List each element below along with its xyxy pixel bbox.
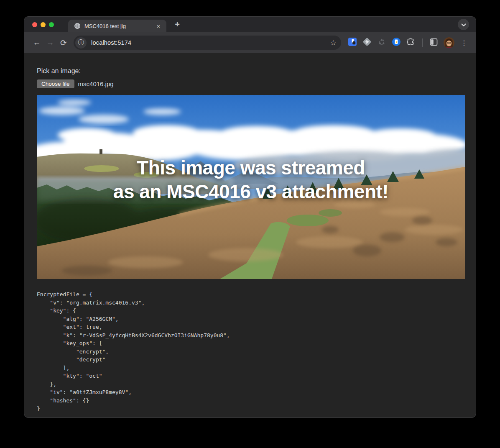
- minimize-window-button[interactable]: [41, 22, 46, 27]
- new-tab-button[interactable]: +: [171, 19, 183, 31]
- close-window-button[interactable]: [32, 22, 37, 27]
- profile-avatar[interactable]: [444, 37, 454, 48]
- reload-button[interactable]: ⟳: [57, 36, 70, 49]
- menu-kebab-icon[interactable]: ⋮: [460, 39, 468, 47]
- url-text[interactable]: localhost:5174: [91, 39, 131, 46]
- caption-line-1: This image was streamed: [37, 156, 465, 180]
- file-input: Choose file msc4016.jpg: [37, 79, 463, 88]
- chevron-down-icon: [461, 21, 466, 28]
- tab-strip: MSC4016 test jig × +: [24, 17, 476, 32]
- tab-title: MSC4016 test jig: [84, 23, 155, 29]
- toolbar-divider: [422, 38, 423, 47]
- extensions-puzzle-icon[interactable]: [406, 37, 416, 48]
- tab-msc4016-test-jig[interactable]: MSC4016 test jig ×: [68, 20, 166, 32]
- site-info-icon[interactable]: ⓘ: [75, 37, 87, 49]
- image-caption: This image was streamed as an MSC4016 v3…: [37, 156, 465, 204]
- recycle-extension-icon[interactable]: [377, 37, 386, 48]
- tab-close-icon[interactable]: ×: [155, 22, 162, 30]
- choose-file-button[interactable]: Choose file: [37, 79, 74, 88]
- docs-extension-icon[interactable]: [392, 37, 401, 48]
- address-bar[interactable]: ⓘ localhost:5174 ☆: [74, 36, 341, 50]
- bookmark-star-icon[interactable]: ☆: [328, 38, 339, 47]
- traffic-lights: [24, 22, 54, 27]
- tab-search-button[interactable]: [458, 19, 469, 30]
- extensions-row: ⋮: [348, 37, 468, 48]
- encrypted-file-json: EncryptedFile = { "v": "org.matrix.msc40…: [37, 290, 463, 413]
- dev-extension-icon[interactable]: [362, 37, 372, 48]
- globe-favicon-icon: [74, 23, 81, 29]
- zoom-window-button[interactable]: [49, 22, 54, 27]
- page-content: Pick an image: Choose file msc4016.jpg: [24, 53, 476, 413]
- browser-window: MSC4016 test jig × + ← → ⟳ ⓘ localhost:5…: [24, 17, 476, 417]
- back-button[interactable]: ←: [30, 36, 43, 49]
- selected-filename: msc4016.jpg: [78, 80, 114, 87]
- forward-button[interactable]: →: [43, 36, 57, 49]
- caption-line-2: as an MSC4016 v3 attachment!: [37, 180, 465, 204]
- side-panel-icon[interactable]: [429, 38, 438, 48]
- pick-image-label: Pick an image:: [37, 67, 463, 75]
- password-extension-icon[interactable]: [348, 37, 357, 48]
- toolbar: ← → ⟳ ⓘ localhost:5174 ☆: [24, 32, 476, 53]
- streamed-image: This image was streamed as an MSC4016 v3…: [37, 95, 465, 279]
